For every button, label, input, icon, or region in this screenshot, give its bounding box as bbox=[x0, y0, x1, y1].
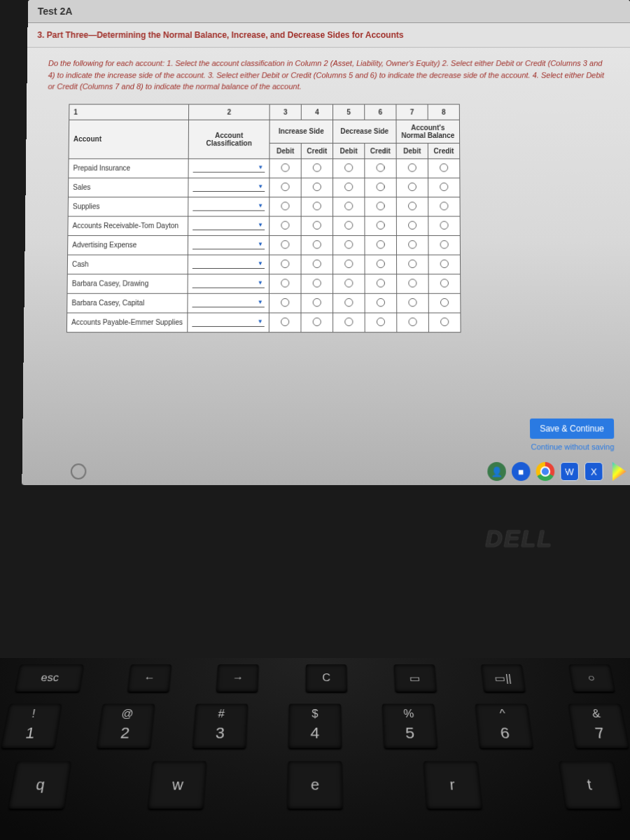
radio-option[interactable] bbox=[344, 279, 353, 287]
radio-option[interactable] bbox=[440, 202, 448, 210]
chrome-icon[interactable] bbox=[536, 462, 555, 481]
play-store-icon[interactable] bbox=[609, 462, 628, 481]
classification-cell bbox=[188, 235, 269, 255]
classification-dropdown[interactable] bbox=[192, 201, 265, 211]
radio-option[interactable] bbox=[377, 259, 385, 267]
classification-dropdown[interactable] bbox=[193, 162, 265, 172]
radio-option[interactable] bbox=[313, 220, 321, 229]
key-brightness[interactable]: ○ bbox=[568, 664, 615, 692]
radio-option[interactable] bbox=[281, 279, 289, 287]
radio-option[interactable] bbox=[344, 317, 353, 326]
radio-option[interactable] bbox=[344, 220, 353, 229]
key-refresh[interactable]: C bbox=[306, 664, 347, 692]
word-app-icon[interactable]: W bbox=[560, 462, 579, 481]
contacts-app-icon[interactable]: 👤 bbox=[487, 462, 506, 481]
radio-option[interactable] bbox=[344, 163, 353, 172]
radio-option[interactable] bbox=[440, 163, 448, 172]
radio-cell bbox=[270, 255, 302, 274]
key-4[interactable]: $4 bbox=[288, 704, 342, 748]
radio-option[interactable] bbox=[377, 240, 385, 248]
key-q[interactable]: q bbox=[8, 761, 71, 808]
radio-cell bbox=[428, 235, 461, 255]
account-name-cell: Advertising Expense bbox=[68, 235, 188, 255]
key-e[interactable]: e bbox=[287, 761, 342, 808]
radio-option[interactable] bbox=[377, 220, 385, 229]
radio-option[interactable] bbox=[377, 317, 385, 326]
radio-option[interactable] bbox=[440, 317, 449, 326]
radio-option[interactable] bbox=[344, 182, 353, 190]
radio-option[interactable] bbox=[344, 202, 353, 210]
radio-option[interactable] bbox=[440, 240, 449, 248]
radio-option[interactable] bbox=[408, 259, 416, 267]
classification-dropdown[interactable] bbox=[192, 220, 265, 230]
classification-dropdown[interactable] bbox=[192, 297, 265, 307]
radio-option[interactable] bbox=[313, 202, 321, 210]
key-overview[interactable]: ▭|| bbox=[481, 664, 526, 692]
radio-option[interactable] bbox=[408, 202, 416, 210]
account-name-cell: Prepaid Insurance bbox=[69, 158, 188, 177]
radio-option[interactable] bbox=[440, 259, 449, 267]
radio-option[interactable] bbox=[313, 259, 321, 267]
key-w[interactable]: w bbox=[148, 761, 206, 808]
radio-option[interactable] bbox=[281, 240, 289, 248]
radio-option[interactable] bbox=[313, 240, 321, 248]
radio-option[interactable] bbox=[440, 220, 448, 229]
radio-option[interactable] bbox=[440, 182, 448, 190]
radio-option[interactable] bbox=[281, 220, 289, 229]
key-back[interactable]: ← bbox=[127, 664, 172, 692]
radio-option[interactable] bbox=[281, 163, 290, 172]
key-forward[interactable]: → bbox=[216, 664, 259, 692]
key-esc[interactable]: esc bbox=[15, 664, 84, 692]
key-fullscreen[interactable]: ▭ bbox=[393, 664, 436, 692]
radio-option[interactable] bbox=[377, 279, 385, 287]
classification-dropdown[interactable] bbox=[192, 181, 265, 191]
radio-option[interactable] bbox=[376, 163, 384, 172]
classification-dropdown[interactable] bbox=[192, 316, 264, 326]
radio-option[interactable] bbox=[313, 279, 321, 287]
continue-without-saving-link[interactable]: Continue without saving bbox=[530, 442, 614, 451]
account-name-cell: Cash bbox=[67, 255, 188, 274]
radio-option[interactable] bbox=[281, 259, 289, 267]
radio-option[interactable] bbox=[377, 202, 385, 210]
radio-option[interactable] bbox=[408, 317, 416, 326]
search-circle-icon[interactable] bbox=[71, 463, 87, 479]
radio-option[interactable] bbox=[408, 298, 416, 306]
key-7[interactable]: &7 bbox=[568, 704, 629, 748]
key-1[interactable]: !1 bbox=[1, 704, 62, 748]
camera-app-icon[interactable]: ■ bbox=[512, 462, 531, 481]
radio-option[interactable] bbox=[313, 182, 321, 190]
radio-option[interactable] bbox=[440, 298, 449, 306]
classification-dropdown[interactable] bbox=[192, 258, 265, 268]
radio-option[interactable] bbox=[281, 317, 289, 326]
key-r[interactable]: r bbox=[424, 761, 482, 808]
instructions-text: Do the following for each account: 1. Se… bbox=[27, 48, 630, 99]
table-row: Accounts Receivable-Tom Dayton bbox=[68, 216, 460, 235]
radio-option[interactable] bbox=[377, 182, 385, 190]
key-6[interactable]: ^6 bbox=[475, 704, 533, 748]
section-title: 3. Part Three—Determining the Normal Bal… bbox=[27, 23, 630, 48]
radio-option[interactable] bbox=[408, 240, 416, 248]
radio-option[interactable] bbox=[344, 259, 353, 267]
key-2[interactable]: @2 bbox=[97, 704, 155, 748]
radio-option[interactable] bbox=[440, 279, 449, 287]
radio-option[interactable] bbox=[344, 298, 353, 306]
radio-option[interactable] bbox=[313, 298, 321, 306]
radio-option[interactable] bbox=[313, 317, 321, 326]
key-5[interactable]: %5 bbox=[382, 704, 438, 748]
save-continue-button[interactable]: Save & Continue bbox=[530, 419, 614, 439]
radio-option[interactable] bbox=[281, 202, 289, 210]
radio-option[interactable] bbox=[281, 298, 289, 306]
radio-option[interactable] bbox=[281, 182, 289, 190]
radio-option[interactable] bbox=[408, 163, 416, 172]
radio-option[interactable] bbox=[313, 163, 321, 172]
radio-option[interactable] bbox=[344, 240, 353, 248]
classification-dropdown[interactable] bbox=[192, 239, 265, 249]
radio-option[interactable] bbox=[408, 279, 416, 287]
radio-option[interactable] bbox=[408, 220, 416, 229]
radio-option[interactable] bbox=[377, 298, 385, 306]
radio-option[interactable] bbox=[408, 182, 416, 190]
excel-app-icon[interactable]: X bbox=[584, 462, 603, 481]
key-3[interactable]: #3 bbox=[192, 704, 248, 748]
classification-dropdown[interactable] bbox=[192, 278, 265, 288]
key-t[interactable]: t bbox=[559, 761, 622, 808]
